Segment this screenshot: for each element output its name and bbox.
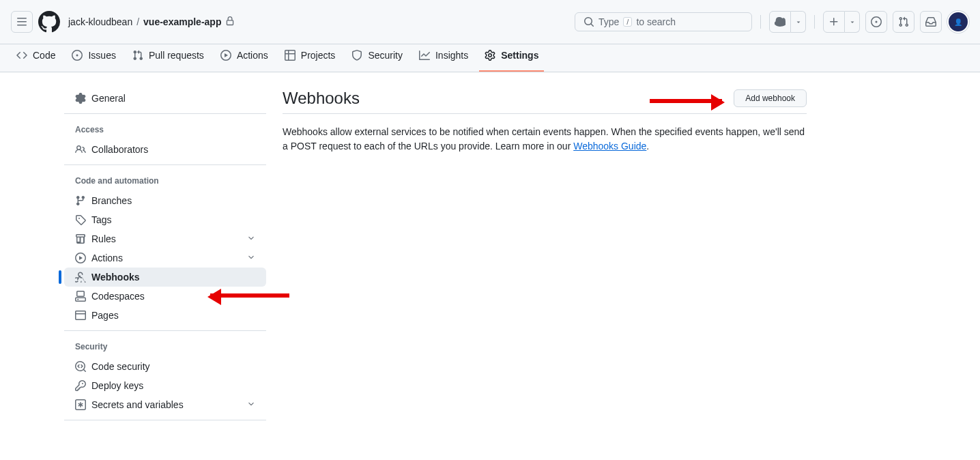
- breadcrumb: jack-kloudbean / vue-example-app: [68, 16, 235, 28]
- sidebar-item-label: Actions: [91, 253, 123, 263]
- inbox-button[interactable]: [920, 11, 942, 33]
- sidebar-item-actions[interactable]: Actions: [64, 248, 266, 268]
- tab-security[interactable]: Security: [346, 44, 408, 72]
- sidebar-item-general[interactable]: General: [64, 89, 266, 108]
- tab-label: Issues: [88, 50, 115, 61]
- sidebar-item-secrets[interactable]: Secrets and variables: [64, 395, 266, 414]
- sidebar-item-collaborators[interactable]: Collaborators: [64, 140, 266, 159]
- page-title: Webhooks: [283, 89, 360, 108]
- sidebar-item-label: Secrets and variables: [91, 399, 184, 410]
- hamburger-menu[interactable]: [11, 11, 33, 33]
- copilot-dropdown[interactable]: [791, 11, 806, 33]
- tab-label: Settings: [501, 50, 538, 61]
- tab-label: Security: [368, 50, 403, 61]
- sidebar-item-label: Rules: [91, 233, 116, 244]
- chevron-down-icon: [247, 253, 255, 263]
- repo-tabs: Code Issues Pull requests Actions Projec…: [0, 44, 980, 72]
- menu-icon: [16, 16, 27, 27]
- sidebar-item-codespaces[interactable]: Codespaces: [64, 287, 266, 306]
- pulls-button[interactable]: [893, 11, 914, 33]
- tab-actions[interactable]: Actions: [215, 44, 274, 72]
- issue-icon: [871, 16, 882, 27]
- search-suffix: to search: [636, 16, 676, 27]
- sidebar-item-deploy-keys[interactable]: Deploy keys: [64, 376, 266, 395]
- divider: [760, 15, 761, 29]
- chevron-down-icon: [247, 399, 255, 410]
- sidebar-item-pages[interactable]: Pages: [64, 306, 266, 325]
- table-icon: [285, 50, 296, 61]
- tab-label: Projects: [301, 50, 336, 61]
- sidebar-heading-security: Security: [64, 336, 266, 357]
- codespaces-icon: [75, 291, 86, 302]
- search-input[interactable]: Type / to search: [575, 12, 752, 31]
- key-asterisk-icon: [75, 399, 86, 410]
- plus-icon: [828, 16, 839, 27]
- pull-request-icon: [898, 16, 909, 27]
- github-logo[interactable]: [38, 11, 60, 33]
- sidebar-item-label: Tags: [91, 214, 112, 225]
- create-button[interactable]: [823, 11, 845, 33]
- tab-insights[interactable]: Insights: [414, 44, 474, 72]
- sidebar-item-label: General: [91, 93, 126, 104]
- pull-request-icon: [132, 50, 143, 61]
- codescan-icon: [75, 361, 86, 372]
- github-icon: [38, 11, 60, 33]
- lock-icon: [225, 16, 235, 28]
- desc-text: .: [646, 141, 649, 152]
- copilot-button[interactable]: [769, 11, 791, 33]
- code-icon: [16, 50, 27, 61]
- sidebar-item-branches[interactable]: Branches: [64, 191, 266, 210]
- browser-icon: [75, 310, 86, 321]
- sidebar-item-webhooks[interactable]: Webhooks: [64, 268, 266, 287]
- sidebar-item-label: Collaborators: [91, 144, 148, 155]
- sidebar-item-label: Codespaces: [91, 291, 145, 302]
- issue-icon: [72, 50, 83, 61]
- branch-icon: [75, 195, 86, 206]
- tab-label: Code: [33, 50, 55, 61]
- tab-code[interactable]: Code: [11, 44, 61, 72]
- copilot-icon: [775, 16, 786, 27]
- rules-icon: [75, 233, 86, 244]
- breadcrumb-owner[interactable]: jack-kloudbean: [68, 16, 132, 27]
- breadcrumb-separator: /: [136, 16, 139, 27]
- add-webhook-button[interactable]: Add webhook: [734, 89, 807, 107]
- tab-label: Pull requests: [149, 50, 204, 61]
- webhooks-guide-link[interactable]: Webhooks Guide: [573, 141, 646, 152]
- desc-text: Webhooks allow external services to be n…: [283, 126, 805, 152]
- avatar[interactable]: 👤: [947, 11, 969, 33]
- inbox-icon: [925, 16, 936, 27]
- search-key: /: [623, 17, 632, 27]
- chevron-down-icon: [795, 18, 802, 25]
- divider: [814, 15, 815, 29]
- sidebar-item-code-security[interactable]: Code security: [64, 357, 266, 376]
- sidebar-heading-code: Code and automation: [64, 171, 266, 191]
- create-dropdown[interactable]: [845, 11, 860, 33]
- sidebar-item-label: Code security: [91, 361, 150, 372]
- chevron-down-icon: [247, 233, 255, 244]
- sidebar-heading-access: Access: [64, 119, 266, 140]
- play-icon: [75, 253, 86, 263]
- avatar-icon: 👤: [954, 18, 962, 26]
- issues-button[interactable]: [865, 11, 887, 33]
- tab-issues[interactable]: Issues: [66, 44, 121, 72]
- tab-label: Actions: [237, 50, 268, 61]
- sidebar-item-rules[interactable]: Rules: [64, 229, 266, 248]
- tab-pulls[interactable]: Pull requests: [127, 44, 210, 72]
- tab-settings[interactable]: Settings: [479, 44, 544, 72]
- chevron-down-icon: [849, 18, 856, 25]
- sidebar-item-label: Webhooks: [91, 272, 140, 283]
- graph-icon: [419, 50, 430, 61]
- sidebar-item-label: Deploy keys: [91, 380, 143, 391]
- webhooks-description: Webhooks allow external services to be n…: [283, 125, 807, 154]
- sidebar-item-label: Branches: [91, 195, 132, 206]
- sidebar-item-label: Pages: [91, 310, 119, 321]
- breadcrumb-repo[interactable]: vue-example-app: [143, 16, 221, 27]
- sidebar-item-tags[interactable]: Tags: [64, 210, 266, 229]
- settings-sidebar: General Access Collaborators Code and au…: [64, 89, 266, 420]
- main-content: Webhooks Add webhook Webhooks allow exte…: [283, 89, 807, 420]
- tab-label: Insights: [435, 50, 468, 61]
- play-icon: [220, 50, 231, 61]
- shield-icon: [351, 50, 362, 61]
- tab-projects[interactable]: Projects: [279, 44, 341, 72]
- search-icon: [583, 16, 594, 27]
